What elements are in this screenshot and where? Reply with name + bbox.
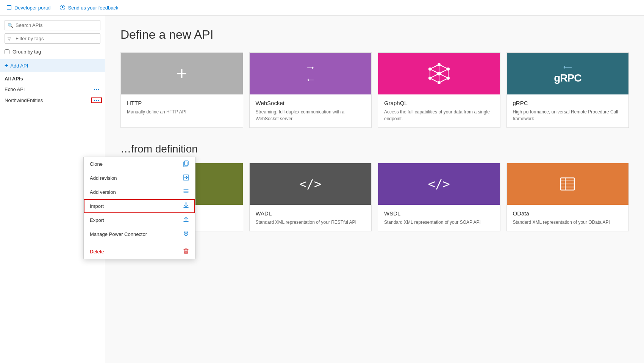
odata-card-title: OData [513,210,623,217]
sidebar-item-echo-api[interactable]: Echo API [0,84,105,95]
http-card-title: HTTP [127,100,237,106]
app-layout: 🔍 ▽ Group by tag + Add API All APIs Echo… [0,16,644,363]
svg-rect-0 [184,161,188,165]
wsdl-card-title: WSDL [384,210,494,217]
odata-card-desc: Standard XML representation of your ODat… [513,219,623,226]
import-icon [183,203,189,210]
http-card-icon: + [121,53,243,94]
version-icon [183,189,189,196]
developer-portal-link[interactable]: Developer portal [6,5,50,11]
websocket-card[interactable]: → ← WebSocket Streaming, full-duplex com… [249,52,372,128]
svg-line-12 [439,78,448,83]
context-menu: Clone Add revision Add version [83,157,195,259]
wadl-card-desc: Standard XML representation of your REST… [256,219,366,226]
odata-card-icon [507,163,629,205]
menu-divider [84,243,195,243]
context-menu-export[interactable]: Export [84,213,195,227]
svg-line-17 [439,69,448,74]
wadl-card-title: WADL [256,210,366,217]
revision-icon [183,174,189,182]
graphql-card-desc: Access the full capabilities of your dat… [384,108,494,122]
feedback-link[interactable]: Send us your feedback [59,5,118,11]
svg-line-20 [430,74,439,78]
svg-rect-1 [183,162,187,167]
context-menu-add-revision[interactable]: Add revision [84,171,195,185]
wadl-code-icon: </> [299,177,321,191]
context-menu-import[interactable]: Import [84,199,195,213]
page-title: Define a new API [120,28,629,42]
wsdl-card-icon: </> [378,163,500,205]
power-connector-icon [183,231,189,238]
search-container: 🔍 [5,20,100,30]
http-card-desc: Manually define an HTTP API [127,108,237,115]
graphql-icon [428,62,450,85]
graphql-card-title: GraphQL [384,100,494,106]
developer-portal-icon [6,5,12,11]
grpc-card-icon: ⟵ gRPC [507,53,629,94]
clone-icon [183,160,189,168]
feedback-icon [59,5,66,11]
graphql-card-icon [378,53,500,94]
context-menu-delete[interactable]: Delete [84,245,195,259]
svg-line-13 [430,78,439,83]
delete-icon [183,248,189,255]
section-subtitle: …from definition [120,143,629,155]
wadl-card-icon: </> [250,163,372,205]
grpc-text-icon: gRPC [554,72,581,84]
top-bar: Developer portal Send us your feedback [0,0,644,16]
echo-api-menu-button[interactable] [92,88,100,91]
grpc-arrow-icon: ⟵ [563,63,572,71]
filter-icon: ▽ [8,36,11,41]
export-icon [183,217,189,224]
grpc-card-title: gRPC [513,100,623,106]
wsdl-code-icon: </> [428,177,450,191]
grpc-card-desc: High performance, universal Remote Proce… [513,108,623,122]
svg-line-21 [430,69,439,74]
all-apis-title: All APIs [0,72,105,84]
search-input[interactable] [5,20,100,30]
context-menu-add-version[interactable]: Add version [84,185,195,199]
northwind-menu-button[interactable] [92,99,100,102]
sidebar: 🔍 ▽ Group by tag + Add API All APIs Echo… [0,16,105,363]
echo-api-label: Echo API [5,86,25,92]
filter-tags-input[interactable] [5,33,100,44]
websocket-card-title: WebSocket [256,100,366,106]
grpc-card[interactable]: ⟵ gRPC gRPC High performance, universal … [506,52,629,128]
group-by-tag-container: Group by tag [0,47,105,56]
svg-line-10 [439,64,448,69]
websocket-card-icon: → ← [250,53,372,94]
plus-icon: + [5,62,8,69]
add-api-button[interactable]: + Add API [0,59,105,72]
odata-list-icon [559,176,576,192]
graphql-card[interactable]: GraphQL Access the full capabilities of … [378,52,500,128]
api-cards-bottom-row: </> </> WADL Standard XML representation… [120,163,629,231]
websocket-card-desc: Streaming, full-duplex communication wit… [256,108,366,122]
http-card[interactable]: + HTTP Manually define an HTTP API [120,52,243,128]
odata-card[interactable]: OData Standard XML representation of you… [506,163,629,231]
svg-line-18 [439,74,448,78]
filter-tags-container: ▽ [5,33,100,44]
sidebar-item-northwind[interactable]: NorthwindEntities [0,95,105,106]
group-by-tag-checkbox[interactable] [5,49,9,54]
group-by-tag-label: Group by tag [13,49,41,55]
search-icon: 🔍 [8,23,13,28]
wsdl-card[interactable]: </> WSDL Standard XML representation of … [378,163,500,231]
wadl-card[interactable]: </> WADL Standard XML representation of … [249,163,372,231]
api-cards-top-row: + HTTP Manually define an HTTP API → ← W… [120,52,629,128]
northwind-label: NorthwindEntities [5,97,43,103]
context-menu-clone[interactable]: Clone [84,157,195,171]
wsdl-card-desc: Standard XML representation of your SOAP… [384,219,494,226]
context-menu-power-connector[interactable]: Manage Power Connector [84,227,195,241]
arrows-icon: → ← [305,62,316,85]
plus-icon: + [177,64,187,83]
svg-line-15 [430,64,439,69]
